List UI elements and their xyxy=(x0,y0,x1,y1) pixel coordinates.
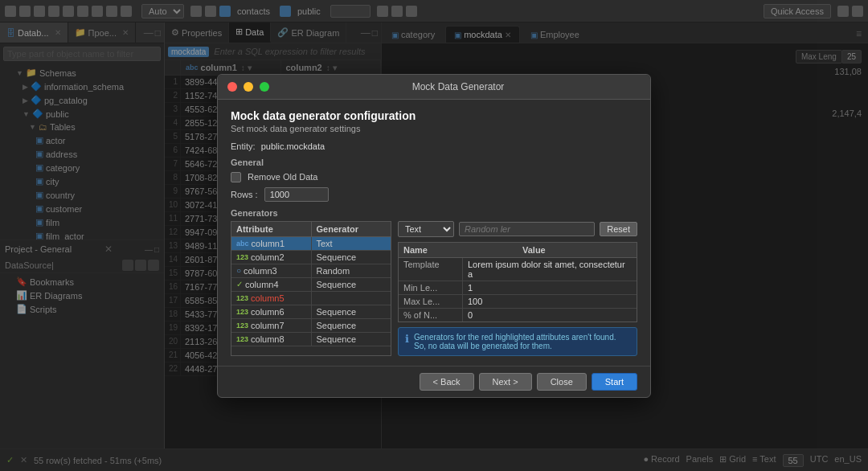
gen-reset-button[interactable]: Reset xyxy=(600,222,637,236)
col-check-icon: ✓ xyxy=(236,280,243,289)
gen-col-name: column6 xyxy=(251,307,285,317)
gen-col-name: column5 xyxy=(251,293,285,303)
remove-old-data-label: Remove Old Data xyxy=(248,172,317,182)
gen-col-name: column7 xyxy=(251,321,285,330)
gen-gen-cell: Sequence xyxy=(312,278,391,291)
gen-gen-cell: Text xyxy=(312,237,391,250)
gen-props-header: Name Value xyxy=(399,243,637,258)
gen-right-panel: Text Reset Name Value Template Lorem ips… xyxy=(398,221,637,356)
entity-value: public.mockdata xyxy=(261,141,326,151)
prop-value[interactable]: 0 xyxy=(463,309,637,322)
prop-value[interactable]: 1 xyxy=(463,281,637,294)
gen-row[interactable]: 123column2 Sequence xyxy=(231,251,391,264)
prop-row: % of N... 0 xyxy=(399,309,637,322)
rows-input[interactable] xyxy=(264,187,329,202)
gen-attr-cell: 123column2 xyxy=(231,251,312,264)
gen-row[interactable]: 123column7 Sequence xyxy=(231,319,391,333)
back-button[interactable]: < Back xyxy=(420,373,474,391)
props-name-header: Name xyxy=(399,243,518,257)
gen-col-name: column2 xyxy=(251,252,285,262)
remove-old-data-checkbox[interactable] xyxy=(231,172,241,182)
modal-title: Mock Data Generator xyxy=(276,81,641,92)
generators-section-label: Generators xyxy=(231,208,637,218)
gen-type-input[interactable] xyxy=(459,222,595,236)
next-button[interactable]: Next > xyxy=(479,373,532,391)
prop-key: Max Le... xyxy=(399,295,463,308)
prop-row: Max Le... 100 xyxy=(399,295,637,309)
general-section-label: General xyxy=(231,158,637,167)
gen-type-select[interactable]: Text xyxy=(398,221,454,237)
gen-attr-cell: 123column7 xyxy=(231,319,312,332)
generators-list: Attribute Generator abccolumn1 Text 123c… xyxy=(231,221,391,356)
modal-titlebar: Mock Data Generator xyxy=(218,75,650,100)
prop-value[interactable]: 100 xyxy=(463,295,637,308)
gen-attr-cell: ✓column4 xyxy=(231,278,312,291)
gen-attr-cell: 123column6 xyxy=(231,305,312,318)
gen-col-name: column4 xyxy=(245,280,279,289)
gen-gen-cell xyxy=(312,292,391,305)
gen-col-name: column3 xyxy=(244,266,277,276)
col-123-icon: 123 xyxy=(236,335,248,343)
modal-footer: < Back Next > Close Start xyxy=(218,366,650,397)
col-123-icon: 123 xyxy=(236,322,248,330)
modal-body: Mock data generator configuration Set mo… xyxy=(218,100,650,366)
start-button[interactable]: Start xyxy=(592,373,637,391)
traffic-light-red[interactable] xyxy=(227,82,237,92)
traffic-light-green[interactable] xyxy=(260,82,269,92)
gen-row[interactable]: abccolumn1 Text xyxy=(231,237,391,251)
prop-value[interactable]: Lorem ipsum dolor sit amet, consectetur … xyxy=(463,258,637,281)
gen-type-bar: Text Reset xyxy=(398,221,637,237)
gen-attr-cell: 123column8 xyxy=(231,333,312,346)
gen-row[interactable]: ✓column4 Sequence xyxy=(231,278,391,292)
entity-label: Entity: xyxy=(231,141,256,151)
gen-gen-cell: Random xyxy=(312,264,391,277)
modal-heading: Mock data generator configuration xyxy=(231,109,637,122)
gen-row[interactable]: ○column3 Random xyxy=(231,264,391,278)
gen-properties-table: Name Value Template Lorem ipsum dolor si… xyxy=(398,242,637,322)
traffic-light-yellow[interactable] xyxy=(244,82,253,92)
prop-key: Template xyxy=(399,258,463,281)
generators-layout: Attribute Generator abccolumn1 Text 123c… xyxy=(231,221,637,356)
prop-row: Template Lorem ipsum dolor sit amet, con… xyxy=(399,258,637,281)
gen-gen-cell: Sequence xyxy=(312,305,391,318)
rows-row: Rows : xyxy=(231,187,637,202)
col-123-icon: 123 xyxy=(236,253,248,261)
gen-rows-container: abccolumn1 Text 123column2 Sequence ○col… xyxy=(231,237,391,346)
gen-gen-header: Generator xyxy=(312,222,391,236)
gen-attr-cell: abccolumn1 xyxy=(231,237,312,250)
gen-header: Attribute Generator xyxy=(231,222,391,237)
col-circle-icon: ○ xyxy=(236,266,241,275)
gen-gen-cell: Sequence xyxy=(312,251,391,264)
gen-gen-cell: Sequence xyxy=(312,333,391,346)
gen-attr-cell: ○column3 xyxy=(231,264,312,277)
close-button[interactable]: Close xyxy=(537,373,587,391)
gen-attr-cell: 123column5 xyxy=(231,292,312,305)
gen-col-name: column8 xyxy=(251,334,285,344)
gen-attr-header: Attribute xyxy=(231,222,312,236)
col-123-icon: 123 xyxy=(236,294,248,302)
info-text: Generators for the red highlighted attri… xyxy=(414,333,630,350)
modal-subheading: Set mock data generator settings xyxy=(231,124,637,133)
gen-row[interactable]: 123column8 Sequence xyxy=(231,333,391,346)
gen-col-name: column1 xyxy=(252,239,285,248)
prop-key: Min Le... xyxy=(399,281,463,294)
remove-old-data-row: Remove Old Data xyxy=(231,172,637,182)
modal-entity: Entity: public.mockdata xyxy=(231,141,637,151)
gen-row[interactable]: 123column5 xyxy=(231,292,391,305)
rows-label: Rows : xyxy=(231,190,258,199)
info-message: ℹ Generators for the red highlighted att… xyxy=(398,327,637,356)
prop-key: % of N... xyxy=(399,309,463,322)
col-123-icon: 123 xyxy=(236,308,248,316)
prop-row: Min Le... 1 xyxy=(399,281,637,295)
gen-row[interactable]: 123column6 Sequence xyxy=(231,305,391,319)
col-abc-icon: abc xyxy=(236,240,249,248)
gen-gen-cell: Sequence xyxy=(312,319,391,332)
props-value-header: Value xyxy=(518,243,637,257)
modal-dialog: Mock Data Generator Mock data generator … xyxy=(217,74,651,398)
modal-overlay: Mock Data Generator Mock data generator … xyxy=(0,0,868,471)
gen-props-rows: Template Lorem ipsum dolor sit amet, con… xyxy=(399,258,637,322)
info-icon: ℹ xyxy=(405,333,409,345)
